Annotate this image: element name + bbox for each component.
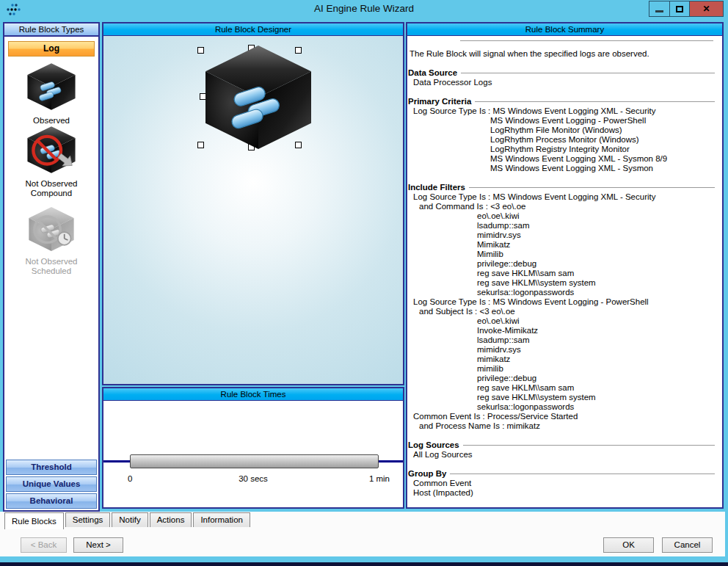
rule-block-designer-panel: Rule Block Designer <box>102 22 404 385</box>
wizard-bottom-bar: Rule Blocks Settings Notify Actions Info… <box>0 512 725 556</box>
threshold-button[interactable]: Threshold <box>6 460 97 475</box>
summary-section-include-filters: Include Filters Log Source Type Is : MS … <box>407 183 718 431</box>
section-title: Include Filters <box>407 183 465 192</box>
summary-body: The Rule Block will signal when the spec… <box>407 36 722 507</box>
window-bottom-edge <box>0 562 728 566</box>
summary-section-group-by: Group By Common EventHost (Impacted) <box>407 469 718 498</box>
minimize-icon <box>655 10 663 12</box>
summary-line: LogRhythm Process Monitor (Windows) <box>407 135 718 145</box>
section-lines: All Log Sources <box>407 450 718 460</box>
section-title: Log Sources <box>407 440 459 450</box>
next-button[interactable]: Next > <box>73 537 123 553</box>
rule-block-times-header: Rule Block Times <box>103 388 403 401</box>
tab-information[interactable]: Information <box>193 512 250 527</box>
section-rule <box>463 445 715 446</box>
summary-line: and Command Is : <3 eo\.oe <box>407 202 718 211</box>
unique-values-button[interactable]: Unique Values <box>6 476 97 492</box>
summary-intro: The Rule Block will signal when the spec… <box>410 49 718 59</box>
summary-line: Invoke-Mimikatz <box>407 326 718 335</box>
summary-line: Log Source Type Is : MS Windows Event Lo… <box>407 297 718 307</box>
summary-section-data-source: Data Source Data Processor Logs <box>407 68 718 87</box>
section-title: Primary Criteria <box>407 97 471 106</box>
ai-engine-rule-wizard-window: AI Engine Rule Wizard ✕ Rule Block Types… <box>0 0 728 566</box>
section-rule <box>461 73 715 74</box>
designer-canvas[interactable] <box>103 36 403 384</box>
time-slider-bar[interactable] <box>130 454 379 468</box>
log-category-button[interactable]: Log <box>8 41 95 57</box>
summary-line: Mimikatz <box>407 240 718 250</box>
summary-line: Common Event <box>407 479 718 488</box>
summary-top-rule <box>460 40 713 42</box>
rule-block-types-panel: Rule Block Types Log Observed <box>3 22 100 512</box>
time-slider-area: 0 30 secs 1 min <box>103 401 403 507</box>
tab-notify[interactable]: Notify <box>112 512 148 527</box>
summary-line: reg save HKLM\\system system <box>407 278 718 288</box>
section-title: Data Source <box>407 68 457 78</box>
summary-line: privilege::debug <box>407 374 718 383</box>
sidebar-item-not-observed-compound[interactable]: Not Observed Compound <box>4 125 98 198</box>
summary-line: reg save HKLM\\system system <box>407 393 718 402</box>
sidebar-item-observed[interactable]: Observed <box>4 62 98 126</box>
sidebar-item-label: Not Observed Compound <box>4 179 98 198</box>
rule-block-summary-header: Rule Block Summary <box>407 23 722 36</box>
summary-line: privilege::debug <box>407 259 718 269</box>
summary-line: Log Source Type Is : MS Windows Event Lo… <box>407 106 718 116</box>
tab-settings[interactable]: Settings <box>65 512 111 527</box>
ok-button[interactable]: OK <box>603 537 654 553</box>
summary-line: MS Windows Event Logging XML - Sysmon 8/… <box>407 154 718 164</box>
summary-line: lsadump::sam <box>407 221 718 231</box>
back-button[interactable]: < Back <box>21 537 67 553</box>
rule-block-designer-header: Rule Block Designer <box>103 23 403 36</box>
summary-line: eo\.oe\.kiwi <box>407 211 718 221</box>
title-bar[interactable]: AI Engine Rule Wizard ✕ <box>0 0 728 19</box>
close-button[interactable]: ✕ <box>689 1 723 16</box>
summary-line: reg save HKLM\\sam sam <box>407 269 718 278</box>
summary-line: mimikatz <box>407 355 718 364</box>
summary-line: Log Source Type Is : MS Windows Event Lo… <box>407 192 718 202</box>
summary-line: All Log Sources <box>407 450 718 460</box>
rule-block-cube[interactable] <box>200 40 317 154</box>
section-rule <box>469 187 715 189</box>
behavioral-button[interactable]: Behavioral <box>6 493 97 509</box>
summary-line: mimidrv.sys <box>407 231 718 240</box>
close-icon: ✕ <box>702 4 710 14</box>
rule-block-summary-panel: Rule Block Summary The Rule Block will s… <box>406 22 724 509</box>
time-tick-1min: 1 min <box>369 474 390 483</box>
tab-actions[interactable]: Actions <box>150 512 192 527</box>
not-observed-scheduled-icon <box>26 206 77 253</box>
sidebar-item-not-observed-scheduled[interactable]: Not Observed Scheduled <box>4 206 98 276</box>
summary-line: eo\.oe\.kiwi <box>407 316 718 326</box>
section-rule <box>475 101 715 103</box>
summary-line: reg save HKLM\\sam sam <box>407 383 718 393</box>
section-lines: Common EventHost (Impacted) <box>407 479 718 498</box>
maximize-button[interactable] <box>669 1 689 16</box>
rule-block-times-panel: Rule Block Times 0 30 secs 1 min <box>102 387 404 509</box>
summary-line: Data Processor Logs <box>407 78 718 87</box>
summary-line: and Process Name Is : mimikatz <box>407 421 718 431</box>
summary-line: LogRhythm Registry Integrity Monitor <box>407 145 718 154</box>
rule-block-types-header: Rule Block Types <box>4 23 98 37</box>
observed-cube-icon <box>24 62 79 112</box>
summary-line: sekurlsa::logonpasswords <box>407 402 718 412</box>
summary-line: lsadump::sam <box>407 335 718 345</box>
summary-line: Mimilib <box>407 250 718 259</box>
summary-line: and Subject Is : <3 eo\.oe <box>407 307 718 316</box>
maximize-icon <box>676 6 683 12</box>
window-controls: ✕ <box>649 1 724 17</box>
minimize-button[interactable] <box>649 1 669 16</box>
sidebar-item-label: Not Observed Scheduled <box>4 257 98 276</box>
summary-line: mimidrv.sys <box>407 345 718 355</box>
cancel-button[interactable]: Cancel <box>662 537 713 553</box>
summary-line: mimilib <box>407 364 718 374</box>
rule-type-buttons: Threshold Unique Values Behavioral <box>6 458 97 509</box>
window-title: AI Engine Rule Wizard <box>0 3 728 14</box>
section-lines: Log Source Type Is : MS Windows Event Lo… <box>407 192 718 431</box>
summary-line: Host (Impacted) <box>407 488 718 498</box>
summary-line: MS Windows Event Logging - PowerShell <box>407 116 718 126</box>
section-lines: Data Processor Logs <box>407 78 718 87</box>
summary-line: sekurlsa::logonpasswords <box>407 288 718 297</box>
summary-section-primary-criteria: Primary Criteria Log Source Type Is : MS… <box>407 97 718 173</box>
wizard-tabs: Rule Blocks Settings Notify Actions Info… <box>4 512 252 529</box>
tab-rule-blocks[interactable]: Rule Blocks <box>4 512 64 529</box>
summary-section-log-sources: Log Sources All Log Sources <box>407 440 718 460</box>
